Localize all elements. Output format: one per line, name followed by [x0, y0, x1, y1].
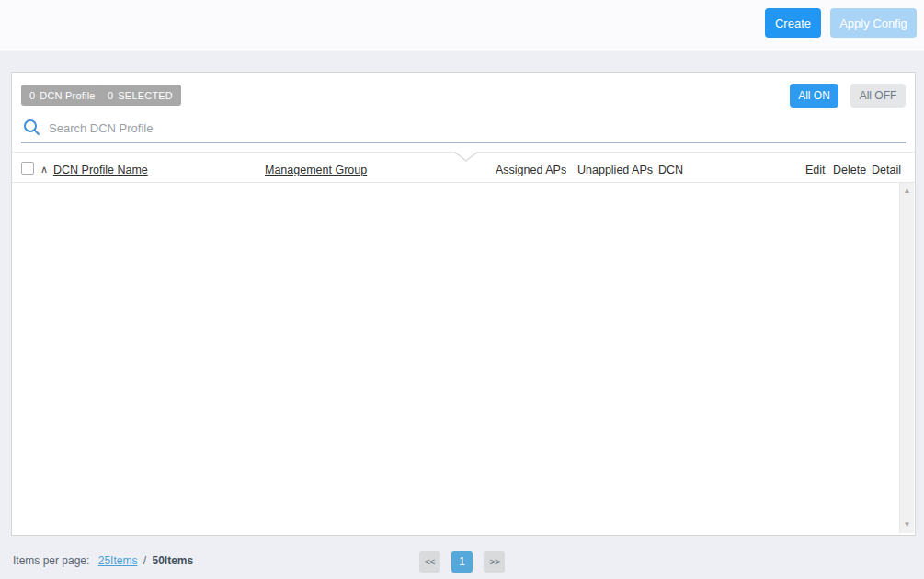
search-input[interactable]	[49, 117, 906, 139]
selected-count: 0	[108, 90, 113, 101]
dcn-profile-count-badge: 0DCN Profile	[21, 85, 104, 106]
column-header-dcn: DCN	[658, 164, 683, 176]
search-icon	[23, 119, 40, 140]
apply-config-button[interactable]: Apply Config	[830, 8, 917, 38]
table-header-row: ∧ DCN Profile Name Management Group Assi…	[12, 159, 915, 183]
all-on-button[interactable]: All ON	[790, 84, 838, 108]
table-body	[12, 183, 899, 533]
sort-ascending-icon[interactable]: ∧	[40, 164, 48, 176]
column-header-dcn-profile-name[interactable]: DCN Profile Name	[53, 164, 148, 176]
selected-badge-label: SELECTED	[118, 90, 173, 101]
table-scrollbar[interactable]: ▲ ▼	[899, 183, 914, 533]
dcn-profile-count: 0	[29, 90, 35, 101]
create-button[interactable]: Create	[765, 8, 821, 38]
column-header-detail: Detail	[872, 164, 901, 176]
column-header-edit: Edit	[805, 164, 826, 176]
selected-count-badge: 0SELECTED	[99, 85, 181, 106]
select-all-checkbox[interactable]	[21, 162, 34, 175]
search-underline	[21, 142, 906, 143]
current-page-button[interactable]: 1	[451, 551, 473, 573]
top-action-bar: Create Apply Config	[0, 0, 924, 51]
all-off-button[interactable]: All OFF	[850, 84, 906, 108]
previous-page-button[interactable]: <<	[419, 551, 440, 573]
column-header-management-group[interactable]: Management Group	[265, 164, 367, 176]
column-header-assigned-aps: Assigned APs	[496, 164, 566, 176]
dcn-profile-badge-label: DCN Profile	[40, 90, 95, 101]
scroll-up-icon[interactable]: ▲	[900, 185, 914, 198]
dcn-profile-panel: 0DCN Profile 0SELECTED All ON All OFF ∧ …	[11, 72, 916, 536]
column-header-unapplied-aps: Unapplied APs	[577, 164, 653, 176]
scroll-down-icon[interactable]: ▼	[900, 518, 914, 531]
search-bar	[21, 116, 906, 143]
pagination-footer: Items per page: 25Items / 50Items << 1 >…	[0, 536, 924, 579]
pagination: << 1 >>	[0, 551, 924, 573]
next-page-button[interactable]: >>	[484, 551, 505, 573]
column-header-delete: Delete	[833, 164, 866, 176]
